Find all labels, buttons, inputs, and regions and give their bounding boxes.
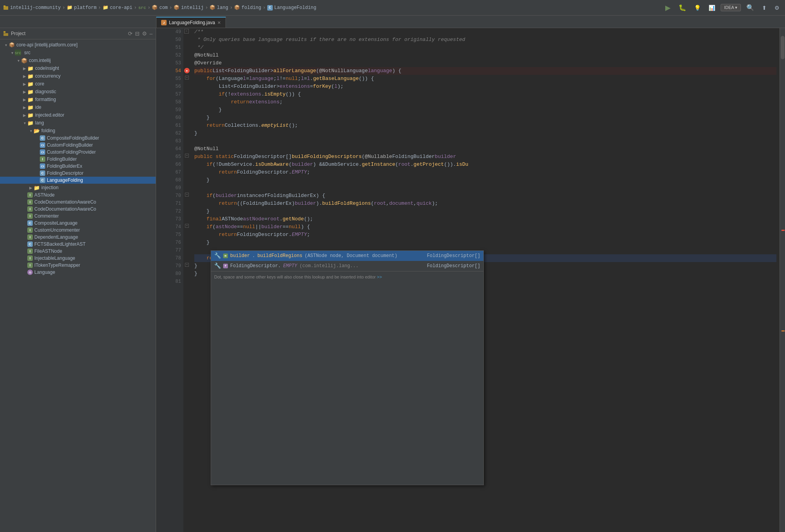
settings-button[interactable]: ⚙ bbox=[772, 4, 782, 12]
search-button[interactable]: 🔍 bbox=[744, 3, 757, 12]
tree-item-itoken[interactable]: I ITokenTypeRemapper bbox=[0, 262, 156, 269]
expand-arrow-injected: ▶ bbox=[22, 112, 27, 118]
breadcrumb-coreapi[interactable]: 📁 core-api bbox=[103, 5, 133, 11]
breadcrumb-project[interactable]: intellij-community bbox=[3, 5, 61, 11]
tree-container[interactable]: ▾ 📦 core-api [intellij.platform.core] ▾ … bbox=[0, 39, 156, 532]
ac-hint-link[interactable]: >> bbox=[377, 275, 382, 279]
tree-item-fcts[interactable]: C FCTSBackedLighterAST bbox=[0, 241, 156, 248]
file-tab-active[interactable]: J LanguageFolding.java ✕ bbox=[156, 17, 226, 28]
tree-label-commenter: Commenter bbox=[34, 213, 59, 219]
breadcrumb-lang[interactable]: 📦 lang bbox=[210, 5, 228, 11]
tree-item-codedoc1[interactable]: I CodeDocumentationAwareCo bbox=[0, 199, 156, 206]
folder-icon: 📁 bbox=[67, 5, 73, 11]
coverage-button[interactable]: 💡 bbox=[692, 4, 703, 12]
fold-icon-74[interactable]: – bbox=[185, 224, 189, 228]
fold-icon-70[interactable]: – bbox=[185, 193, 189, 197]
expand-arrow-com: ▾ bbox=[16, 58, 21, 63]
code-content[interactable]: /** * Only queries base language results… bbox=[191, 28, 780, 532]
sidebar-collapse-btn[interactable]: ⊟ bbox=[135, 30, 140, 37]
debug-button[interactable]: 🐛 bbox=[676, 3, 689, 12]
tree-item-folding-builder[interactable]: I FoldingBuilder bbox=[0, 156, 156, 163]
tree-item-commenter[interactable]: I Commenter bbox=[0, 213, 156, 220]
code-line-69 bbox=[194, 184, 776, 192]
ac-item-1-name: builder bbox=[230, 252, 250, 260]
folder-icon-folding: 📂 bbox=[34, 128, 40, 134]
tree-item-folding-descriptor[interactable]: C FoldingDescriptor bbox=[0, 170, 156, 177]
code-line-65: public static FoldingDescriptor[] buildF… bbox=[194, 153, 776, 161]
tree-item-folding-builder-ex[interactable]: CI FoldingBuilderEx bbox=[0, 163, 156, 170]
code-line-74: if (astNode == null || builder == null) … bbox=[194, 223, 776, 231]
tree-item-core-api[interactable]: ▾ 📦 core-api [intellij.platform.core] bbox=[0, 41, 156, 49]
tree-item-custom-uncommenter[interactable]: I CustomUncommenter bbox=[0, 227, 156, 234]
tree-item-dependent-language[interactable]: I DependentLanguage bbox=[0, 234, 156, 241]
tree-item-codeinsight[interactable]: ▶ 📁 codeInsight bbox=[0, 64, 156, 72]
fold-icon-65[interactable]: – bbox=[185, 154, 189, 158]
tree-label-injected-editor: injected.editor bbox=[35, 112, 64, 118]
run-config-dropdown[interactable]: IDEA ▾ bbox=[721, 4, 741, 11]
expand-arrow-concurrency: ▶ bbox=[22, 73, 27, 79]
profile-button[interactable]: 📊 bbox=[706, 4, 718, 12]
ac-item-1-params: (ASTNode node, Document document) bbox=[305, 252, 398, 260]
folder-icon-2: 📁 bbox=[103, 5, 108, 11]
scroll-indicator-bar[interactable] bbox=[780, 28, 785, 532]
expand-arrow-formatting: ▶ bbox=[22, 97, 27, 102]
tree-item-custom-provider[interactable]: CI CustomFoldingProvider bbox=[0, 149, 156, 156]
breakpoint-icon-54[interactable]: ● bbox=[184, 68, 190, 73]
fold-icon-55[interactable]: – bbox=[185, 76, 189, 80]
tree-item-com-intellij[interactable]: ▾ 📦 com.intellij bbox=[0, 57, 156, 64]
expand-arrow-core: ▶ bbox=[22, 81, 27, 87]
tree-item-injection[interactable]: ▶ 📁 injection bbox=[0, 184, 156, 192]
autocomplete-item-2[interactable]: 🔧 f FoldingDescriptor.EMPTY (com.intelli… bbox=[211, 261, 483, 271]
tree-item-composite-folding[interactable]: C CompositeFoldingBuilder bbox=[0, 135, 156, 142]
tree-item-ide[interactable]: ▶ 📁 ide bbox=[0, 103, 156, 111]
code-line-76: } bbox=[194, 239, 776, 246]
expand-arrow-codeinsight: ▶ bbox=[22, 66, 27, 71]
vcs-button[interactable]: ⬆ bbox=[760, 4, 769, 12]
tree-item-injectable[interactable]: I InjectableLanguage bbox=[0, 255, 156, 262]
breadcrumb-intellij[interactable]: 📦 intellij bbox=[174, 5, 204, 11]
tree-item-core[interactable]: ▶ 📁 core bbox=[0, 80, 156, 88]
tree-item-lang[interactable]: ▾ 📁 lang bbox=[0, 119, 156, 127]
tree-item-formatting[interactable]: ▶ 📁 formatting bbox=[0, 96, 156, 103]
tree-item-composite-language[interactable]: C CompositeLanguage bbox=[0, 220, 156, 227]
code-line-73: final ASTNode astNode = root.getNode(); bbox=[194, 215, 776, 223]
badge-commenter: I bbox=[27, 213, 33, 219]
top-toolbar: intellij-community › 📁 platform › 📁 core… bbox=[0, 0, 785, 16]
fold-icon-79[interactable]: – bbox=[185, 263, 189, 267]
fold-gutter: – ● – – – – – bbox=[183, 28, 191, 532]
run-button[interactable]: ▶ bbox=[663, 3, 673, 13]
breadcrumb-sep-5: › bbox=[169, 5, 172, 11]
sidebar-settings-btn[interactable]: ⚙ bbox=[142, 30, 147, 37]
sidebar-sync-btn[interactable]: ⟳ bbox=[128, 30, 133, 37]
main-layout: Project ⟳ ⊟ ⚙ – ▾ 📦 core-api [intellij.p… bbox=[0, 28, 785, 532]
tree-item-injected-editor[interactable]: ▶ 📁 injected.editor bbox=[0, 111, 156, 119]
breadcrumb-com[interactable]: 📦 com bbox=[152, 5, 168, 11]
tree-item-codedoc2[interactable]: I CodeDocumentationAwareCo bbox=[0, 206, 156, 213]
tree-item-src[interactable]: ▾ src src bbox=[0, 49, 156, 57]
breadcrumb-sep-4: › bbox=[147, 5, 150, 11]
breadcrumb-platform[interactable]: 📁 platform bbox=[67, 5, 97, 11]
badge-codedoc1: I bbox=[27, 199, 33, 205]
autocomplete-item-1[interactable]: 🔧 m builder.buildFoldRegions(ASTNode nod… bbox=[211, 251, 483, 261]
tree-item-custom-folding[interactable]: CI CustomFoldingBuilder bbox=[0, 142, 156, 149]
tree-item-diagnostic[interactable]: ▶ 📁 diagnostic bbox=[0, 88, 156, 96]
sidebar-title-label: Project bbox=[11, 31, 126, 36]
tree-item-concurrency[interactable]: ▶ 📁 concurrency bbox=[0, 72, 156, 80]
breadcrumb-folding[interactable]: 📦 folding bbox=[234, 5, 261, 11]
tab-close-btn[interactable]: ✕ bbox=[217, 20, 221, 25]
breadcrumb-lang-label: lang bbox=[217, 5, 228, 11]
tree-item-file-astnode[interactable]: I FileASTNode bbox=[0, 248, 156, 255]
code-line-63 bbox=[194, 137, 776, 145]
scroll-thumb[interactable] bbox=[781, 36, 785, 59]
ac-item-2-return: FoldingDescriptor[] bbox=[427, 262, 480, 270]
tree-item-language[interactable]: G Language bbox=[0, 269, 156, 276]
tree-item-language-folding[interactable]: C LanguageFolding bbox=[0, 177, 156, 184]
tree-item-astnode[interactable]: I ASTNode bbox=[0, 192, 156, 199]
breadcrumb-src[interactable]: src bbox=[138, 5, 146, 10]
sidebar-minimize-btn[interactable]: – bbox=[149, 30, 153, 37]
breadcrumb-langfolding[interactable]: C LanguageFolding bbox=[267, 5, 316, 11]
ac-item-2-sub-icon: f bbox=[223, 264, 228, 268]
tree-item-folding[interactable]: ▾ 📂 folding bbox=[0, 127, 156, 135]
tab-bar: J LanguageFolding.java ✕ bbox=[0, 16, 785, 28]
fold-icon-49[interactable]: – bbox=[184, 29, 189, 34]
